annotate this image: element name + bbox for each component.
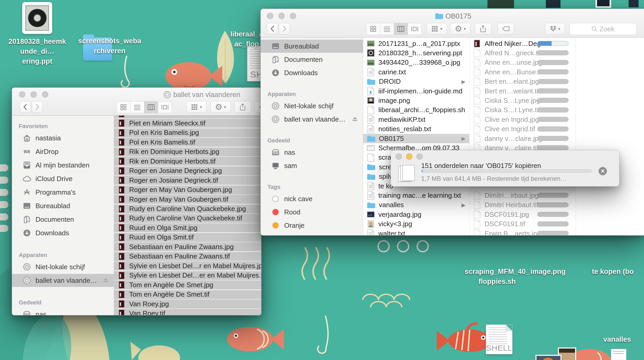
eject-icon[interactable] xyxy=(103,277,109,285)
desktop-icon-image-png[interactable]: I SEE WHAT YOU DID THERE xyxy=(535,355,562,360)
sidebar-item-ballet-van-vlaande-[interactable]: ballet van vlaande… xyxy=(261,113,363,126)
file-row-20171231-p-a-2017-pptx[interactable]: 20171231_p…a_2017.pptx xyxy=(363,39,469,48)
arrange-button[interactable]: ▾ xyxy=(186,101,207,113)
file-row[interactable]: Roger en May Van Goubergen.tif xyxy=(114,195,261,204)
file-row-bert-en-elant-jpg[interactable]: Bert en…elant.jpg xyxy=(469,77,575,86)
sidebar-item-bureaublad[interactable]: Bureaublad xyxy=(12,199,114,212)
sidebar-item-al-mijn-bestanden[interactable]: Al mijn bestanden xyxy=(12,159,114,172)
finder-window-ballet-van-vlaanderen[interactable]: ballet van vlaanderen ▾ ⚙▾ xyxy=(12,87,261,315)
sidebar-item-rood[interactable]: Rood xyxy=(261,206,363,219)
sidebar-item-sam[interactable]: sam xyxy=(261,159,363,172)
sidebar-item-nas[interactable]: nas xyxy=(12,308,114,315)
file-row-droid[interactable]: DROID▶ xyxy=(363,77,469,86)
file-row-anne-en-unse-jpg[interactable]: Anne en…unse.jpg xyxy=(469,58,575,67)
file-row[interactable]: Rik en Dominique Herbots.tif xyxy=(114,157,261,166)
sidebar-item-geel[interactable]: Geel xyxy=(261,232,363,235)
file-row[interactable]: Rudy en Caroline Van Quackebeke.tif xyxy=(114,214,261,223)
file-row-erwin-b-aerts-jpg[interactable]: Erwin B…aerts.jpg xyxy=(469,229,575,235)
desktop-label-scraping[interactable]: scraping_MFM_40_ floppies.sh xyxy=(463,267,531,286)
close-button[interactable] xyxy=(267,13,273,19)
column-view-button[interactable] xyxy=(394,23,408,35)
file-row-danny-v-claire-jpg[interactable]: danny v…claire.jpg xyxy=(469,134,575,143)
sidebar-item-airdrop[interactable]: AirDrop xyxy=(12,145,114,158)
sidebar-item-nas[interactable]: nas xyxy=(261,146,363,159)
sidebar-item-bureaublad[interactable]: Bureaublad xyxy=(261,40,363,53)
file-row-alfred-nijker-degrieck-jpg[interactable]: Alfred Nijker…Degrieck.jpg xyxy=(469,39,575,48)
file-row-alfred-n-grieck-tif[interactable]: Alfred N…grieck.tif xyxy=(469,48,575,58)
file-row-vicky-3-jpg[interactable]: vicky<3.jpg xyxy=(363,219,469,229)
file-row-ciska-s-lyne-jpg[interactable]: Ciska S…Lyne.jpg xyxy=(469,96,575,105)
file-row-dimitri-heirbaut-tif[interactable]: Dimitri Heirbaut.tif xyxy=(469,200,575,210)
file-row[interactable]: Sebastiaan en Pauline Zwaans.jpg xyxy=(114,242,261,252)
desktop-label-te-kopen[interactable]: te kopen (bo xyxy=(592,267,644,277)
file-row-walter-txt[interactable]: walter.txt xyxy=(363,229,469,235)
back-button[interactable] xyxy=(20,101,31,113)
column-view-button[interactable] xyxy=(144,101,158,113)
file-row[interactable]: Roger en May Van Goubergen.jpg xyxy=(114,185,261,195)
list-view-button[interactable] xyxy=(130,101,144,113)
forward-button[interactable] xyxy=(32,101,43,113)
desktop-label-ppt[interactable]: 20180328_heemk unde_di…ering.ppt xyxy=(5,37,69,66)
search-field[interactable]: Zoek xyxy=(570,23,636,35)
file-row-notities-reslab-txt[interactable]: notities_reslab.txt xyxy=(363,124,469,134)
share-button[interactable] xyxy=(234,101,251,113)
desktop-icon-ppt[interactable] xyxy=(22,2,52,34)
file-row[interactable]: Roger en Josiane Degrieck.tif xyxy=(114,176,261,185)
file-row-carine-txt[interactable]: carine.txt xyxy=(363,67,469,77)
action-gear-button[interactable]: ⚙▾ xyxy=(210,101,231,113)
file-row-clive-en-ingrid-jpg[interactable]: Clive en Ingrid.jpg xyxy=(469,115,575,124)
coverflow-view-button[interactable] xyxy=(408,23,421,35)
file-row[interactable]: Van Roey.tif xyxy=(114,309,261,315)
view-mode-buttons[interactable] xyxy=(366,23,422,35)
back-button[interactable] xyxy=(267,23,278,34)
file-row-dimitri-irbaut-jpg[interactable]: Dimitri…irbaut.jpg xyxy=(469,191,575,200)
file-row[interactable]: Ruud en Olga Smit.jpg xyxy=(114,223,261,233)
close-button[interactable] xyxy=(396,153,402,160)
sidebar-item-downloads[interactable]: Downloads xyxy=(12,226,114,239)
file-row-verjaardag-jpg[interactable]: verjaardag.jpg xyxy=(363,210,469,219)
file-row[interactable]: Sylvie en Liesbet Del…er en Mabel Muijre… xyxy=(114,271,261,280)
desktop-label-image-png[interactable]: image.png xyxy=(527,267,569,277)
file-row[interactable]: Ruud en Olga Smit.tif xyxy=(114,233,261,242)
file-row[interactable]: Rudy en Caroline Van Quackebeke.jpg xyxy=(114,205,261,214)
sidebar-item-ballet-van-vlaande-[interactable]: ballet van vlaande… xyxy=(12,274,114,287)
file-row[interactable]: Tom en Angèle De Smet.jpg xyxy=(114,280,261,290)
sidebar-item-niet-lokale-schijf[interactable]: Niet-lokale schijf xyxy=(261,99,363,112)
eject-icon[interactable] xyxy=(352,115,358,123)
file-row-image-png[interactable]: image.png xyxy=(363,96,469,105)
file-row[interactable] xyxy=(114,116,261,119)
file-row-bert-en-welant-tif[interactable]: Bert en…welant.tif xyxy=(469,86,575,96)
copy-progress-dialog[interactable]: 151 onderdelen naar 'OB0175' kopiëren 1,… xyxy=(391,150,619,187)
sidebar-item-icloud-drive[interactable]: iCloud Drive xyxy=(12,172,114,185)
cancel-copy-button[interactable]: ✕ xyxy=(599,167,607,175)
desktop-icon-scraping-shell[interactable]: SHELL xyxy=(486,325,512,354)
icon-view-button[interactable] xyxy=(366,23,380,35)
file-row-anne-en-bunse-tif[interactable]: Anne en…Bunse.tif xyxy=(469,67,575,77)
zoom-button[interactable] xyxy=(42,91,48,98)
desktop-label-screenshots[interactable]: screenshots_weba rchiveren xyxy=(77,36,142,56)
zoom-button[interactable] xyxy=(416,153,423,160)
coverflow-view-button[interactable] xyxy=(158,101,172,113)
file-row[interactable]: Piet en Miriam Sleeckx.tif xyxy=(114,119,261,128)
tag-button[interactable] xyxy=(498,23,514,34)
file-row-vanalles[interactable]: vanalles▶ xyxy=(363,200,469,210)
file-row-ob0175[interactable]: OB0175▶ xyxy=(363,134,469,143)
file-row[interactable]: Roger en Josiane Degrieck.jpg xyxy=(114,166,261,176)
icon-view-button[interactable] xyxy=(117,101,130,113)
sidebar-item-programma-s[interactable]: Programma's xyxy=(12,186,114,199)
desktop-label-vanalles[interactable]: vanalles xyxy=(595,334,639,344)
sidebar-item-niet-lokale-schijf[interactable]: Niet-lokale schijf xyxy=(12,260,114,273)
file-row-20180328-h-servering-ppt[interactable]: 20180328_h…servering.ppt xyxy=(363,48,469,58)
sidebar-item-oranje[interactable]: Oranje xyxy=(261,219,363,232)
finder-window-ob0175[interactable]: OB0175 ▾ ⚙▾ xyxy=(260,9,644,236)
file-row[interactable]: Sylvie en Liesbet Del…r en Mabel Muijres… xyxy=(114,261,261,271)
file-row-mediawikikp-txt[interactable]: mediawikiKP.txt xyxy=(363,115,469,124)
minimize-button[interactable] xyxy=(31,91,37,98)
sidebar-item-documenten[interactable]: Documenten xyxy=(12,213,114,226)
file-row[interactable]: Tom en Angèle De Smet.tif xyxy=(114,290,261,299)
file-row[interactable]: Sebastiaan en Pauline Zwaans.tif xyxy=(114,252,261,261)
list-view-button[interactable] xyxy=(380,23,394,35)
sidebar-item-downloads[interactable]: Downloads xyxy=(261,66,363,79)
action-gear-button[interactable]: ⚙▾ xyxy=(450,23,470,34)
minimize-button[interactable] xyxy=(406,153,412,160)
